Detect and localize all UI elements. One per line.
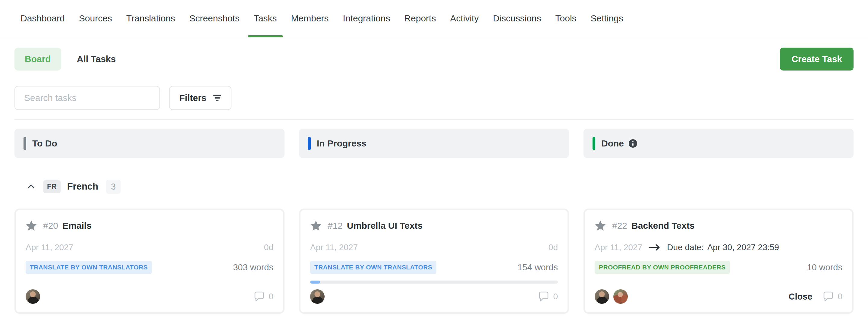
comment-bubble-icon (823, 291, 834, 302)
comment-bubble-icon (538, 291, 550, 302)
tab-sources[interactable]: Sources (79, 0, 112, 37)
task-number: #22 (612, 220, 627, 231)
task-cards-row: #20 Emails Apr 11, 2027 0d TRANSLATE BY … (14, 209, 854, 314)
todo-status-bar (24, 137, 26, 150)
tab-members[interactable]: Members (291, 0, 329, 37)
tab-integrations[interactable]: Integrations (343, 0, 390, 37)
tab-dashboard[interactable]: Dashboard (21, 0, 65, 37)
task-duration: 0d (549, 243, 558, 252)
comment-bubble-icon (253, 291, 265, 302)
comment-count: 0 (838, 292, 842, 301)
task-title: Umbrella UI Texts (347, 220, 423, 231)
board-column-headers: To Do In Progress Done (14, 129, 854, 158)
due-date-value: Apr 30, 2027 23:59 (707, 243, 779, 252)
status-badge: PROOFREAD BY OWN PROOFREADERS (595, 261, 730, 274)
tab-translations[interactable]: Translations (126, 0, 175, 37)
task-number: #20 (43, 220, 58, 231)
filter-lines-icon (213, 95, 221, 101)
favorite-star-icon[interactable] (310, 220, 321, 231)
comments-control[interactable]: 0 (823, 291, 842, 302)
view-toolbar: Board All Tasks Create Task (14, 48, 854, 70)
close-task-button[interactable]: Close (788, 292, 812, 302)
tab-reports[interactable]: Reports (404, 0, 436, 37)
comment-count: 0 (269, 292, 273, 301)
progress-bar (310, 280, 558, 283)
tab-settings[interactable]: Settings (591, 0, 623, 37)
task-card[interactable]: #20 Emails Apr 11, 2027 0d TRANSLATE BY … (14, 209, 284, 314)
done-status-bar (592, 137, 595, 150)
column-label: Done (601, 138, 624, 149)
assignee-avatar (26, 289, 40, 304)
filters-button[interactable]: Filters (169, 86, 231, 110)
comment-count: 0 (553, 292, 558, 301)
tab-tools[interactable]: Tools (555, 0, 577, 37)
board-view-toggle[interactable]: Board (14, 48, 61, 70)
task-created-date: Apr 11, 2027 (310, 243, 358, 252)
tab-discussions[interactable]: Discussions (493, 0, 541, 37)
assignee-avatar (613, 289, 628, 304)
section-divider (14, 119, 854, 120)
language-name: French (67, 181, 98, 192)
column-header-done: Done (584, 129, 854, 158)
language-group-header[interactable]: FR French 3 (27, 177, 854, 197)
favorite-star-icon[interactable] (26, 220, 37, 231)
assignee-avatar (310, 289, 324, 304)
word-count: 10 words (807, 263, 842, 272)
tab-tasks[interactable]: Tasks (254, 0, 277, 37)
arrow-right-icon (648, 243, 661, 251)
search-tasks-input[interactable] (14, 86, 160, 110)
favorite-star-icon[interactable] (595, 220, 606, 231)
tab-screenshots[interactable]: Screenshots (189, 0, 240, 37)
column-label: In Progress (317, 138, 367, 149)
column-label: To Do (32, 138, 57, 149)
task-duration: 0d (264, 243, 273, 252)
column-header-in-progress: In Progress (299, 129, 569, 158)
task-created-date: Apr 11, 2027 (26, 243, 73, 252)
comments-control[interactable]: 0 (253, 291, 273, 302)
info-icon[interactable] (629, 139, 637, 148)
word-count: 154 words (518, 263, 558, 272)
tab-activity[interactable]: Activity (450, 0, 478, 37)
status-badge: TRANSLATE BY OWN TRANSLATORS (310, 261, 436, 274)
task-number: #12 (328, 220, 343, 231)
assignee-avatar (595, 289, 609, 304)
status-badge: TRANSLATE BY OWN TRANSLATORS (26, 261, 152, 274)
create-task-button[interactable]: Create Task (780, 48, 854, 70)
task-title: Emails (62, 220, 92, 231)
progress-bar-fill (310, 280, 320, 283)
in-progress-status-bar (308, 137, 311, 150)
task-created-date: Apr 11, 2027 (595, 243, 642, 252)
task-card[interactable]: #12 Umbrella UI Texts Apr 11, 2027 0d TR… (299, 209, 569, 314)
top-navigation: Dashboard Sources Translations Screensho… (0, 0, 868, 37)
due-date-label: Due date: (667, 243, 704, 252)
chevron-up-icon[interactable] (27, 182, 36, 191)
word-count: 303 words (233, 263, 273, 272)
all-tasks-view-toggle[interactable]: All Tasks (77, 54, 116, 64)
comments-control[interactable]: 0 (538, 291, 558, 302)
task-count-badge: 3 (106, 180, 121, 194)
filters-button-label: Filters (179, 93, 207, 103)
task-title: Backend Texts (631, 220, 695, 231)
column-header-todo: To Do (14, 129, 284, 158)
language-code-badge: FR (43, 180, 61, 193)
task-card[interactable]: #22 Backend Texts Apr 11, 2027 Due date:… (584, 209, 854, 314)
search-filter-row: Filters (14, 86, 854, 110)
